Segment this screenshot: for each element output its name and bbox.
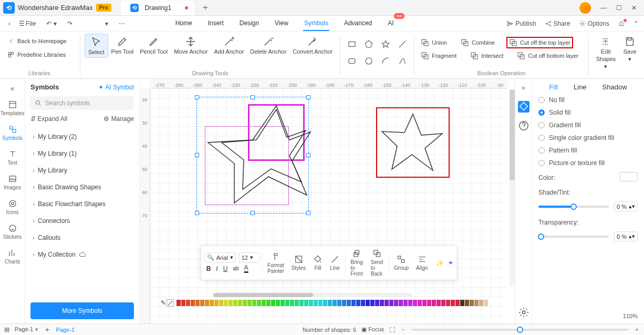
tab-view[interactable]: View [274,16,289,31]
tab-advanced[interactable]: Advanced [343,16,373,31]
document-tab[interactable]: ⟲ Drawing1 [121,1,195,15]
move-anchor-tool[interactable]: Move Anchor [171,34,211,57]
small-caps-button[interactable]: ab [233,266,238,271]
tab-design[interactable]: Design [238,16,260,31]
nav-back[interactable]: ‹ [5,18,14,29]
bold-button[interactable]: B [206,265,211,272]
edit-shapes-button[interactable]: TEditShapes ▾ [593,34,619,72]
bring-front-button[interactable]: Bring to Front [347,248,366,278]
star-shape[interactable] [381,39,390,49]
opt-pattern-fill[interactable]: Pattern fill [538,147,638,154]
rail-stickers[interactable]: Stickers [0,220,25,243]
font-select[interactable]: 🔍 Arial ▾ [204,252,236,262]
open-icon[interactable] [80,22,86,25]
current-page-tab[interactable]: Page-1 [56,327,75,333]
line-shape[interactable] [398,39,407,49]
union-button[interactable]: Union [419,37,449,48]
intersect-button[interactable]: Intersect [468,50,505,62]
rail-images[interactable]: Images [0,171,25,194]
lib-item[interactable]: My Library (1) [30,146,134,161]
expand-rightrail[interactable]: » [518,82,529,94]
tab-symbols[interactable]: Symbols [303,16,329,31]
opt-no-fill[interactable]: No fill [538,96,638,104]
eyedropper-icon[interactable]: ✎ [161,299,166,307]
zoom-out-icon[interactable]: － [400,326,406,333]
transparency-slider[interactable] [538,236,609,238]
add-page-button[interactable]: ＋ [44,325,51,334]
search-symbols-input[interactable]: Search symbols [30,96,134,110]
pentagon-shape[interactable] [364,39,373,49]
avatar[interactable] [579,2,591,14]
opt-single-gradient[interactable]: Single color gradient fill [538,134,638,141]
align-button[interactable]: Align [413,253,431,272]
font-color-button[interactable]: A [244,264,248,273]
styles-button[interactable]: Styles [288,253,309,272]
group-button[interactable]: Group [391,253,412,272]
lib-item[interactable]: Callouts [30,230,134,246]
ai-symbol-button[interactable]: ✦ AI Symbol [98,84,134,91]
select-tool[interactable]: Select [85,34,108,58]
lib-item[interactable]: My Library [30,163,134,178]
options-button[interactable]: Options [579,20,609,27]
italic-button[interactable]: I [216,265,217,272]
circle-shape[interactable] [364,56,373,66]
rp-tab-line[interactable]: Line [574,83,587,91]
page-selector[interactable]: Page-1 [15,326,38,333]
arc-shape[interactable] [381,56,390,66]
rail-text[interactable]: Text [0,146,25,169]
rect-shape[interactable] [347,39,357,49]
cut-off-top-layer-button[interactable]: Cut off the top layer [506,37,573,48]
font-size-select[interactable]: 12 ▾ [239,252,260,262]
combine-button[interactable]: Combine [459,37,497,48]
file-menu[interactable]: ☰ File [16,18,39,29]
rp-tab-shadow[interactable]: Shadow [603,83,627,91]
lib-item[interactable]: Connectors [30,213,134,229]
horizontal-scrollbar[interactable] [213,293,413,297]
opt-gradient-fill[interactable]: Gradient fill [538,121,638,129]
opt-solid-fill[interactable]: Solid fill [538,109,638,116]
pen-tool[interactable]: Pen Tool [108,34,137,57]
no-color-swatch[interactable] [167,299,174,307]
back-homepage-button[interactable]: Back to Homepage [5,36,69,46]
format-painter-button[interactable]: Format Painter [264,251,287,275]
curve-shape[interactable] [398,56,407,66]
tab-ai[interactable]: AI [387,16,394,31]
delete-anchor-tool[interactable]: Delete Anchor [247,34,289,57]
help-icon[interactable] [518,120,529,131]
transparency-value[interactable]: 0 % ▴▾ [614,231,638,241]
convert-anchor-tool[interactable]: Convert Anchor [289,34,336,57]
minimize-button[interactable]: ― [600,4,607,12]
rail-symbols[interactable]: Symbols [0,121,25,144]
vertical-scrollbar[interactable] [510,89,515,287]
fill-button[interactable]: Fill [310,253,326,272]
star-right[interactable] [380,111,445,174]
fill-panel-icon[interactable] [518,101,529,113]
print-icon[interactable] [90,22,97,25]
rp-tab-fill[interactable]: Fill [549,83,558,91]
fragment-button[interactable]: Fragment [419,50,459,62]
maximize-button[interactable]: ☐ [616,4,622,12]
lib-item[interactable]: My Collection [30,247,134,262]
shade-slider[interactable] [538,206,609,208]
color-swatch[interactable] [620,172,638,181]
add-tab-button[interactable]: ＋ [200,2,211,13]
shade-value[interactable]: 0 % ▴▾ [614,201,638,211]
share-button[interactable]: Share [545,20,570,27]
line-button[interactable]: Line [327,253,343,272]
rail-templates[interactable]: Templates [0,97,25,119]
lib-item[interactable]: My Library (2) [30,129,134,145]
redo-button[interactable]: ↷ [64,18,76,29]
lib-item[interactable]: Basic Flowchart Shapes [30,196,134,212]
undo-button[interactable]: ↶ ▾ [43,18,59,29]
rail-icons[interactable]: Icons [0,196,25,218]
magic-icon[interactable]: ✨ [436,259,444,267]
manage-button[interactable]: ⚙ Manage [103,115,134,123]
tab-insert[interactable]: Insert [207,16,225,31]
publish-button[interactable]: Publish [506,20,536,27]
tab-home[interactable]: Home [174,16,193,31]
settings-icon[interactable] [518,307,529,318]
color-palette[interactable]: ✎ [161,298,500,308]
ai-sparkle-icon[interactable]: ✦ [448,259,453,267]
underline-button[interactable]: U [223,265,228,272]
fit-page-icon[interactable]: ⛶ [389,327,395,333]
